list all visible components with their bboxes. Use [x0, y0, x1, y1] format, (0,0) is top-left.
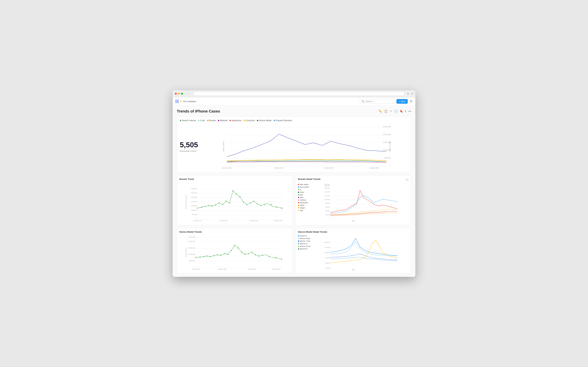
brands-detail-legend: kate spade louis vuitton lv mous [298, 184, 314, 220]
svg-point-47 [219, 202, 220, 203]
legend-label-iphone8: iphone 8 [300, 235, 306, 237]
legend-dot-uag [298, 210, 299, 211]
svg-point-110 [217, 254, 218, 255]
svg-point-62 [276, 207, 277, 208]
svg-point-48 [222, 204, 223, 205]
svg-point-44 [208, 205, 209, 206]
legend-dot-popular-elements [274, 120, 275, 121]
legend-dot-material [218, 120, 219, 121]
app-window: ‹ › ↻ + 📁 Our analytics 🔍 Search... + Ne… [173, 90, 415, 277]
legend-label-popular-elements: Popular Elements [276, 119, 292, 122]
legend-dot-brands [207, 120, 208, 121]
svg-text:0: 0 [390, 165, 391, 167]
legend-label-search-volume: Search Volume [182, 119, 196, 122]
legend-dot-device-model [257, 120, 258, 121]
svg-point-105 [199, 257, 200, 258]
svg-point-54 [243, 201, 244, 202]
address-bar[interactable] [194, 92, 404, 96]
stat-label: Keywords Count [180, 150, 202, 152]
legend-item-iphone13pro: iphone 13 pro [298, 245, 314, 247]
legend-label-functions: Functions [246, 119, 255, 122]
svg-text:Jan 2023: Jan 2023 [390, 220, 396, 220]
settings-button[interactable]: ⚙ [410, 99, 413, 103]
svg-text:January 2020: January 2020 [191, 268, 200, 269]
legend-label-brands: Brands [209, 119, 216, 122]
page-content: Trends of iPhone Cases ✏️ 📋 ↗ 🕐 🔖 ℹ ••• … [173, 106, 415, 277]
svg-point-56 [250, 202, 251, 203]
svg-point-63 [281, 208, 282, 209]
svg-point-113 [227, 254, 228, 255]
device-model-detail-card: Device Model Detail Trends iphone 8 ipho… [295, 228, 411, 273]
legend-item-uag: uag [298, 209, 314, 211]
legend-label-device-model: Device Model [259, 119, 272, 122]
maximize-button[interactable] [181, 93, 183, 95]
stat-box: 5,505 Keywords Count [180, 124, 202, 169]
svg-point-114 [231, 250, 232, 251]
device-model-detail-title: Device Model Detail Trends [298, 231, 409, 233]
svg-text:January 2023: January 2023 [370, 167, 379, 169]
brands-trend-title: Brands Trend [179, 178, 290, 180]
svg-text:1,800,000: 1,800,000 [324, 185, 330, 186]
device-model-trend-card: Device Model Trends Search Volume 0 5,00… [177, 228, 293, 273]
copy-button[interactable]: 📋 [384, 109, 388, 113]
stat-number: 5,505 [180, 141, 202, 149]
search-bar[interactable]: 🔍 Search... [360, 99, 394, 103]
svg-text:Jan 2022: Jan 2022 [370, 220, 375, 220]
svg-point-46 [215, 204, 216, 206]
svg-point-61 [271, 204, 272, 205]
svg-text:Jan 2020: Jan 2020 [328, 220, 333, 220]
svg-point-43 [205, 206, 206, 207]
legend-item-material: Material [218, 119, 227, 122]
svg-text:2,000,000: 2,000,000 [191, 201, 197, 202]
main-chart-container: 5,505 Keywords Count Search Volume 0 5,0… [180, 124, 408, 169]
main-chart-legend: Search Volume Color Brands Material Appe… [180, 119, 408, 122]
svg-text:8,000,000: 8,000,000 [325, 252, 330, 253]
svg-point-111 [220, 255, 221, 256]
svg-text:January 2021: January 2021 [219, 220, 228, 221]
legend-dot-nike [298, 194, 299, 195]
title-actions: ✏️ 📋 ↗ 🕐 🔖 ℹ ••• [379, 109, 411, 113]
more-button[interactable]: ••• [408, 110, 411, 113]
minimize-button[interactable] [178, 93, 180, 95]
svg-text:January 2021: January 2021 [274, 167, 284, 169]
svg-point-121 [255, 254, 256, 255]
legend-dot-iphone8plus [298, 238, 299, 239]
brands-detail-more-button[interactable]: ••• [406, 178, 409, 181]
legend-dot-iphone8 [298, 235, 299, 236]
svg-point-53 [239, 196, 241, 197]
page-title-row: Trends of iPhone Cases ✏️ 📋 ↗ 🕐 🔖 ℹ ••• [177, 109, 411, 114]
device-model-detail-legend: iphone 8 iphone 8 plus iphone 7 plus [298, 235, 314, 269]
forward-button[interactable]: › [189, 92, 191, 95]
brands-detail-header: Brands Detail Trends ••• [298, 178, 409, 182]
bookmark-button[interactable]: 🔖 [399, 109, 403, 113]
svg-text:January 2023: January 2023 [272, 268, 281, 269]
brands-trend-card: Brands Trend Sum of Search Volume 0 500,… [177, 175, 293, 225]
legend-item-popular-elements: Popular Elements [274, 119, 292, 122]
main-chart-svg: Search Volume 0 5,000,000 10,000,000 15,… [205, 124, 408, 169]
legend-label-iphone13pro: iphone 13 pro [300, 245, 311, 247]
legend-label-material: Material [220, 119, 227, 122]
new-tab-button[interactable]: + [411, 92, 413, 96]
back-button[interactable]: ‹ [186, 92, 188, 95]
svg-point-117 [241, 252, 242, 253]
svg-point-116 [238, 247, 239, 248]
legend-dot-iphone7plus [298, 241, 299, 242]
svg-point-123 [262, 255, 263, 256]
share-button[interactable]: ↗ [390, 109, 392, 113]
main-chart-card: Search Volume Color Brands Material Appe… [177, 116, 411, 172]
svg-text:January 2023: January 2023 [274, 220, 282, 221]
legend-label-spigen: spigen [300, 207, 305, 209]
svg-point-59 [260, 205, 261, 206]
close-button[interactable] [175, 93, 177, 95]
edit-button[interactable]: ✏️ [379, 109, 382, 113]
history-button[interactable]: 🕐 [394, 109, 398, 113]
refresh-button[interactable]: ↻ [407, 92, 409, 95]
brands-detail-title: Brands Detail Trends [298, 178, 320, 180]
legend-dot-speck [298, 205, 299, 206]
device-model-detail-x-label: Time [298, 269, 409, 271]
info-button[interactable]: ℹ [405, 109, 406, 113]
legend-label-iphone6s: iphone 6s [300, 248, 307, 250]
new-button[interactable]: + New [397, 99, 408, 104]
legend-item-iphonexs: iphone xs [298, 243, 314, 245]
legend-item-iphone7plus: iphone 7 plus [298, 240, 314, 242]
